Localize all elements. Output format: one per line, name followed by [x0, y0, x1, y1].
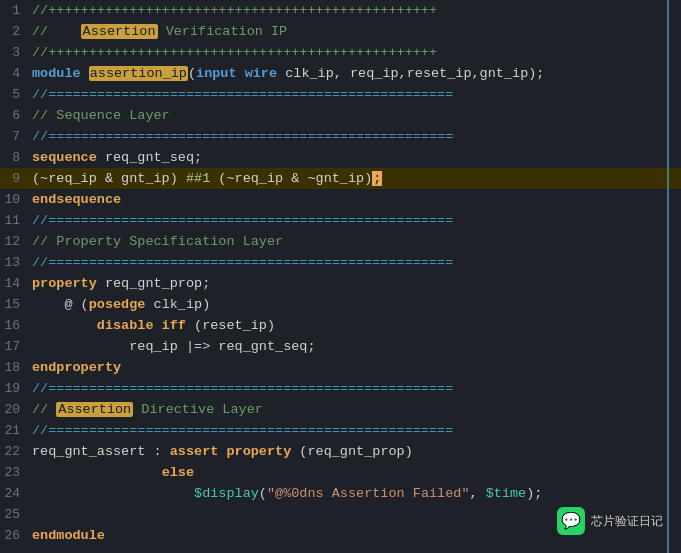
line-content-5: //======================================… [28, 87, 681, 102]
line-num-25: 25 [0, 507, 28, 522]
line-num-2: 2 [0, 24, 28, 39]
code-line-10: 10 endsequence [0, 189, 681, 210]
vertical-scrollbar[interactable] [667, 0, 669, 553]
line-content-18: endproperty [28, 360, 681, 375]
watermark-text: 芯片验证日记 [591, 513, 663, 530]
line-num-9: 9 [0, 171, 28, 186]
line-num-24: 24 [0, 486, 28, 501]
code-line-21: 21 //===================================… [0, 420, 681, 441]
code-line-8: 8 sequence req_gnt_seq; [0, 147, 681, 168]
line-content-13: //======================================… [28, 255, 681, 270]
code-line-11: 11 //===================================… [0, 210, 681, 231]
line-num-1: 1 [0, 3, 28, 18]
code-line-18: 18 endproperty [0, 357, 681, 378]
line-content-11: //======================================… [28, 213, 681, 228]
line-num-6: 6 [0, 108, 28, 123]
line-content-23: else [28, 465, 681, 480]
line-num-4: 4 [0, 66, 28, 81]
code-line-23: 23 else [0, 462, 681, 483]
code-line-17: 17 req_ip |=> req_gnt_seq; [0, 336, 681, 357]
line-content-12: // Property Specification Layer [28, 234, 681, 249]
line-num-11: 11 [0, 213, 28, 228]
line-content-6: // Sequence Layer [28, 108, 681, 123]
line-num-13: 13 [0, 255, 28, 270]
line-content-14: property req_gnt_prop; [28, 276, 681, 291]
line-num-14: 14 [0, 276, 28, 291]
code-line-5: 5 //====================================… [0, 84, 681, 105]
code-line-22: 22 req_gnt_assert : assert property (req… [0, 441, 681, 462]
line-content-4: module assertion_ip(input wire clk_ip, r… [28, 66, 681, 81]
line-num-26: 26 [0, 528, 28, 543]
line-content-20: // Assertion Directive Layer [28, 402, 681, 417]
line-num-19: 19 [0, 381, 28, 396]
line-num-3: 3 [0, 45, 28, 60]
code-line-6: 6 // Sequence Layer [0, 105, 681, 126]
line-num-23: 23 [0, 465, 28, 480]
line-content-7: //======================================… [28, 129, 681, 144]
line-content-1: //++++++++++++++++++++++++++++++++++++++… [28, 3, 681, 18]
line-num-12: 12 [0, 234, 28, 249]
code-line-4: 4 module assertion_ip(input wire clk_ip,… [0, 63, 681, 84]
watermark-icon: 💬 [557, 507, 585, 535]
line-num-5: 5 [0, 87, 28, 102]
line-content-16: disable iff (reset_ip) [28, 318, 681, 333]
code-line-14: 14 property req_gnt_prop; [0, 273, 681, 294]
line-num-16: 16 [0, 318, 28, 333]
code-line-9: 9 (~req_ip & gnt_ip) ##1 (~req_ip & ~gnt… [0, 168, 681, 189]
line-content-8: sequence req_gnt_seq; [28, 150, 681, 165]
watermark: 💬 芯片验证日记 [557, 507, 663, 535]
line-content-10: endsequence [28, 192, 681, 207]
line-num-17: 17 [0, 339, 28, 354]
code-container: 1 //++++++++++++++++++++++++++++++++++++… [0, 0, 681, 553]
code-line-1: 1 //++++++++++++++++++++++++++++++++++++… [0, 0, 681, 21]
line-num-7: 7 [0, 129, 28, 144]
code-line-16: 16 disable iff (reset_ip) [0, 315, 681, 336]
code-line-20: 20 // Assertion Directive Layer [0, 399, 681, 420]
code-line-13: 13 //===================================… [0, 252, 681, 273]
code-line-7: 7 //====================================… [0, 126, 681, 147]
line-content-2: // Assertion Verification IP [28, 24, 681, 39]
line-num-21: 21 [0, 423, 28, 438]
line-content-19: //======================================… [28, 381, 681, 396]
line-content-17: req_ip |=> req_gnt_seq; [28, 339, 681, 354]
line-content-24: $display("@%0dns Assertion Failed", $tim… [28, 486, 681, 501]
code-line-2: 2 // Assertion Verification IP [0, 21, 681, 42]
code-line-24: 24 $display("@%0dns Assertion Failed", $… [0, 483, 681, 504]
line-content-21: //======================================… [28, 423, 681, 438]
line-content-9: (~req_ip & gnt_ip) ##1 (~req_ip & ~gnt_i… [28, 171, 681, 186]
code-line-19: 19 //===================================… [0, 378, 681, 399]
line-content-15: @ (posedge clk_ip) [28, 297, 681, 312]
code-line-3: 3 //++++++++++++++++++++++++++++++++++++… [0, 42, 681, 63]
code-line-12: 12 // Property Specification Layer [0, 231, 681, 252]
line-content-3: //++++++++++++++++++++++++++++++++++++++… [28, 45, 681, 60]
line-content-22: req_gnt_assert : assert property (req_gn… [28, 444, 681, 459]
line-num-10: 10 [0, 192, 28, 207]
line-num-15: 15 [0, 297, 28, 312]
line-num-8: 8 [0, 150, 28, 165]
code-line-15: 15 @ (posedge clk_ip) [0, 294, 681, 315]
line-num-20: 20 [0, 402, 28, 417]
line-num-18: 18 [0, 360, 28, 375]
line-num-22: 22 [0, 444, 28, 459]
